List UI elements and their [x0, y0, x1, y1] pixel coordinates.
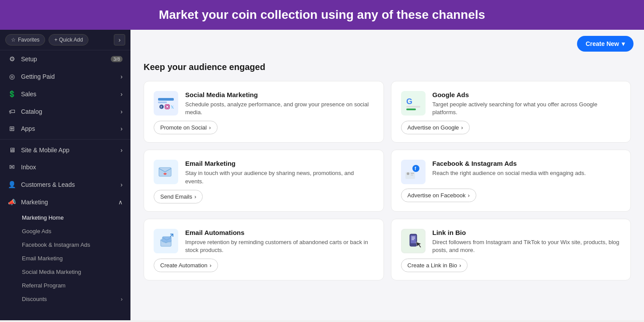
- sub-item-label: Social Media Marketing: [22, 269, 81, 275]
- card-description: Direct followers from Instagram and TikT…: [433, 238, 621, 254]
- button-label: Send Emails: [160, 193, 192, 200]
- card-description: Stay in touch with your audience by shar…: [185, 169, 374, 185]
- sidebar-item-label: Catalog: [21, 108, 42, 115]
- chevron-icon: ›: [120, 108, 123, 115]
- sidebar-item-customers[interactable]: 👤 Customers & Leads ›: [0, 176, 130, 193]
- chevron-icon: ›: [209, 124, 211, 131]
- social-media-icon: f 𝕏: [154, 91, 178, 116]
- card-title: Google Ads: [433, 91, 621, 98]
- sidebar-item-marketing[interactable]: 📣 Marketing ∧: [0, 193, 130, 211]
- sidebar-sub-item-referral[interactable]: Referral Program: [0, 279, 130, 292]
- button-label: Create Automation: [160, 262, 208, 269]
- sales-icon: 💲: [8, 90, 16, 98]
- collapse-sidebar-button[interactable]: ›: [114, 34, 125, 46]
- create-new-label: Create New: [586, 40, 619, 47]
- card-title: Link in Bio: [433, 229, 621, 236]
- google-ads-card-text: Google Ads Target people actively search…: [433, 91, 621, 116]
- card-email-automations: Email Automations Improve retention by r…: [144, 219, 384, 280]
- svg-text:𝕏: 𝕏: [171, 105, 174, 109]
- card-description: Improve retention by reminding customers…: [185, 238, 374, 254]
- sub-item-label: Facebook & Instagram Ads: [22, 242, 90, 248]
- setup-icon: ⚙: [8, 55, 16, 63]
- svg-rect-21: [411, 175, 413, 175]
- sidebar-item-getting-paid[interactable]: ◎ Getting Paid ›: [0, 68, 130, 85]
- main-header: Create New ▾: [130, 30, 644, 58]
- top-banner: Market your coin collection using any of…: [0, 0, 644, 30]
- email-automations-icon: [154, 229, 178, 253]
- svg-rect-29: [412, 238, 415, 239]
- card-title: Social Media Marketing: [185, 91, 374, 98]
- card-top: Email Marketing Stay in touch with your …: [154, 160, 374, 185]
- quick-add-button[interactable]: + Quick Add: [49, 34, 88, 46]
- chevron-icon: ›: [120, 147, 123, 154]
- sidebar-sub-item-facebook-ads[interactable]: Facebook & Instagram Ads: [0, 238, 130, 252]
- promote-on-social-button[interactable]: Promote on Social ›: [154, 121, 218, 134]
- chevron-icon: ›: [459, 262, 461, 269]
- section-title: Keep your audience engaged: [144, 62, 631, 72]
- svg-rect-20: [411, 173, 414, 174]
- card-description: Reach the right audience on social media…: [433, 169, 586, 177]
- sidebar-item-inbox[interactable]: ✉ Inbox: [0, 158, 130, 176]
- svg-rect-30: [412, 239, 414, 240]
- sub-item-label: Marketing Home: [22, 214, 63, 221]
- advertise-on-google-button[interactable]: Advertise on Google ›: [401, 121, 470, 134]
- sidebar-item-label: Site & Mobile App: [21, 147, 70, 154]
- sidebar-sub-item-google-ads[interactable]: Google Ads: [0, 224, 130, 238]
- create-link-in-bio-button[interactable]: Create a Link in Bio ›: [401, 259, 468, 272]
- chevron-icon: ›: [194, 193, 196, 200]
- svg-rect-12: [406, 108, 416, 110]
- favorites-button[interactable]: ☆ Favorites: [5, 34, 45, 46]
- chevron-icon: ›: [468, 192, 469, 199]
- facebook-ads-icon: f: [401, 160, 426, 184]
- setup-badge: 3/8: [111, 56, 123, 62]
- sidebar-sub-item-social-media[interactable]: Social Media Marketing: [0, 265, 130, 279]
- card-email-marketing: Email Marketing Stay in touch with your …: [144, 150, 384, 211]
- card-description: Schedule posts, analyze performance, and…: [185, 101, 374, 116]
- social-media-card-text: Social Media Marketing Schedule posts, a…: [185, 91, 374, 116]
- customers-icon: 👤: [8, 181, 16, 189]
- sidebar-item-setup[interactable]: ⚙ Setup 3/8: [0, 50, 130, 68]
- main-content: Create New ▾ Keep your audience engaged: [130, 30, 644, 320]
- sidebar-item-catalog[interactable]: 🏷 Catalog ›: [0, 103, 130, 120]
- sidebar-item-sales[interactable]: 💲 Sales ›: [0, 85, 130, 103]
- sub-item-label: Discounts: [22, 296, 47, 302]
- google-ads-icon: G: [401, 91, 426, 116]
- card-facebook-ads: f Facebook & Instagram Ads Reach the rig…: [391, 150, 631, 211]
- dropdown-chevron-icon: ▾: [622, 40, 625, 47]
- sidebar: ☆ Favorites + Quick Add › ⚙ Setup 3/8 ◎ …: [0, 30, 130, 320]
- create-new-button[interactable]: Create New ▾: [577, 36, 633, 52]
- content-area: Keep your audience engaged f: [130, 58, 644, 294]
- sidebar-item-apps[interactable]: ⊞ Apps ›: [0, 120, 130, 137]
- chevron-icon: ›: [210, 262, 211, 269]
- create-automation-button[interactable]: Create Automation ›: [154, 259, 218, 272]
- button-label: Advertise on Facebook: [408, 192, 466, 199]
- site-mobile-icon: 🖥: [8, 146, 16, 154]
- card-title: Email Marketing: [185, 160, 374, 167]
- sub-item-label: Google Ads: [22, 228, 51, 234]
- sidebar-sub-item-discounts[interactable]: Discounts ›: [0, 292, 130, 306]
- email-marketing-card-text: Email Marketing Stay in touch with your …: [185, 160, 374, 185]
- advertise-on-facebook-button[interactable]: Advertise on Facebook ›: [401, 189, 476, 202]
- card-social-media: f 𝕏 Social Media Marketing Sc: [144, 81, 384, 143]
- card-top: f 𝕏 Social Media Marketing Sc: [154, 91, 374, 116]
- sidebar-sub-item-marketing-home[interactable]: Marketing Home: [0, 211, 130, 224]
- sub-item-label: Email Marketing: [22, 255, 63, 262]
- card-top: Link in Bio Direct followers from Instag…: [401, 229, 621, 254]
- card-title: Email Automations: [185, 229, 374, 236]
- chevron-icon: ›: [121, 296, 123, 302]
- link-in-bio-card-text: Link in Bio Direct followers from Instag…: [433, 229, 621, 254]
- email-automations-card-text: Email Automations Improve retention by r…: [185, 229, 374, 254]
- card-top: Email Automations Improve retention by r…: [154, 229, 374, 254]
- card-description: Target people actively searching for wha…: [433, 101, 621, 116]
- sidebar-item-label: Sales: [21, 91, 36, 98]
- svg-text:G: G: [406, 97, 412, 106]
- svg-rect-11: [406, 106, 420, 108]
- sidebar-item-site-mobile[interactable]: 🖥 Site & Mobile App ›: [0, 141, 130, 158]
- link-in-bio-icon: [401, 229, 426, 253]
- send-emails-button[interactable]: Send Emails ›: [154, 190, 203, 203]
- sub-item-label: Referral Program: [22, 282, 66, 289]
- chevron-icon: ›: [120, 73, 123, 80]
- star-icon: ☆: [11, 37, 16, 43]
- button-label: Create a Link in Bio: [408, 262, 457, 269]
- sidebar-sub-item-email-marketing[interactable]: Email Marketing: [0, 252, 130, 265]
